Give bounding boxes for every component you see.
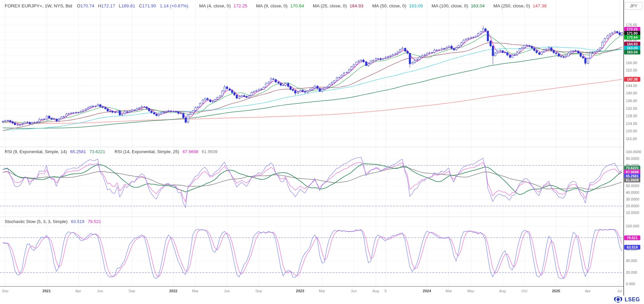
date-tick-label: Jun bbox=[97, 289, 103, 293]
axis-tick-label: 50.0000 bbox=[626, 184, 639, 188]
axis-tick-label: 100.0000 bbox=[626, 150, 641, 154]
axis-tick-label: 90.0000 bbox=[626, 157, 639, 161]
date-tick-label: Apr bbox=[585, 289, 591, 293]
date-tick-label: 2025 bbox=[552, 289, 560, 293]
price-axis: 176.00168.00156.00152.00148.00144.00136.… bbox=[623, 0, 644, 296]
rsi2-sma-value: 61.9939 bbox=[202, 149, 217, 154]
date-tick-label: Sep bbox=[129, 289, 135, 293]
ma-legend-item[interactable]: MA (50, close, 0)163.09 bbox=[372, 3, 423, 8]
axis-tick-label: 152.00 bbox=[626, 68, 637, 72]
date-tick-label: Oct bbox=[522, 289, 527, 293]
date-tick-label: Jul bbox=[617, 289, 622, 293]
axis-tick-label: 120.00 bbox=[626, 129, 637, 133]
axis-tick-label: 128.00 bbox=[626, 114, 637, 118]
rsi1-value: 65.2581 bbox=[70, 149, 86, 154]
ma-legend-item[interactable]: MA (9, close, 0)170.64 bbox=[256, 3, 304, 8]
date-tick-label: 2021 bbox=[42, 289, 50, 293]
date-tick-label: Apr bbox=[75, 289, 81, 293]
date-tick-label: 2024 bbox=[423, 289, 431, 293]
symbol-title: FOREX EURJPY=, 1W, NYS, Bid bbox=[5, 3, 72, 8]
axis-tick-label: 10.0000 bbox=[626, 211, 639, 215]
lseg-logo-text: LSEG bbox=[625, 297, 640, 303]
bottom-bar: LSEG bbox=[0, 296, 644, 304]
lseg-crest-icon bbox=[614, 296, 622, 303]
ohlc-item: H172.17 bbox=[98, 3, 115, 8]
ma-legend-item[interactable]: MA (4, close, 0)172.25 bbox=[199, 3, 247, 8]
ohlc-item: O170.74 bbox=[77, 3, 94, 8]
axis-tick-label: 20.0000 bbox=[626, 204, 639, 208]
axis-tick-label: 140.00 bbox=[626, 91, 637, 95]
axis-tick-label: 144.00 bbox=[626, 84, 637, 88]
ma-legend-item[interactable]: MA (250, close, 0)147.38 bbox=[493, 3, 547, 8]
axis-tick-label: 40.000 bbox=[626, 259, 637, 263]
date-tick-label: Aug bbox=[499, 289, 506, 293]
change-value: 1.14 (+0.67%) bbox=[160, 3, 188, 8]
ohlc-item: C171.90 bbox=[139, 3, 156, 8]
ohlc-item: L169.81 bbox=[119, 3, 135, 8]
date-tick-label: Aug bbox=[372, 289, 379, 293]
date-tick-label: Jun bbox=[224, 289, 230, 293]
price-badge: 147.38 bbox=[624, 77, 640, 82]
ohlc-values: O170.74H172.17L169.81C171.90 bbox=[77, 3, 160, 8]
chart-window: FOREX EURJPY=, 1W, NYS, Bid O170.74H172.… bbox=[0, 0, 644, 304]
stoch-title: Stochastic Slow (5, 3, 3, Simple) bbox=[5, 219, 68, 224]
axis-tick-label: 40.0000 bbox=[626, 190, 639, 194]
axis-tick-label: 176.00 bbox=[626, 23, 637, 27]
date-tick-label: 2023 bbox=[296, 289, 304, 293]
axis-tick-label: 116.00 bbox=[626, 137, 637, 141]
axis-tick-label: 124.00 bbox=[626, 122, 637, 126]
rsi-legend[interactable]: RSI (9, Exponential, Simple, 14) 65.2581… bbox=[5, 149, 221, 154]
currency-axis-button[interactable]: JPY bbox=[625, 2, 642, 10]
date-tick-label: May bbox=[467, 289, 474, 293]
date-tick-label: 9 bbox=[385, 289, 387, 293]
date-tick-label: Sep bbox=[2, 289, 8, 293]
price-badge: 79.521 bbox=[624, 235, 640, 240]
ma-legend-item[interactable]: MA (100, close, 0)163.04 bbox=[432, 3, 485, 8]
lseg-logo: LSEG bbox=[614, 296, 640, 303]
rsi1-sma-value: 73.6221 bbox=[89, 149, 105, 154]
ma-legend-item[interactable]: MA (25, close, 0)164.93 bbox=[313, 3, 364, 8]
price-badge: 170.64 bbox=[624, 35, 640, 40]
axis-tick-label: 100.000 bbox=[626, 224, 639, 228]
date-axis: Sep2021AprJunSep2022MarJunSep2023MarJunA… bbox=[0, 286, 623, 296]
rsi2-value: 67.9698 bbox=[183, 149, 198, 154]
main-chart-legend[interactable]: FOREX EURJPY=, 1W, NYS, Bid O170.74H172.… bbox=[5, 2, 547, 9]
date-tick-label: Mar bbox=[192, 289, 199, 293]
axis-tick-label: 136.00 bbox=[626, 99, 637, 103]
axis-tick-label: 20.000 bbox=[626, 270, 637, 274]
date-tick-label: Sep bbox=[255, 289, 262, 293]
stochastic-legend[interactable]: Stochastic Slow (5, 3, 3, Simple) 63.519… bbox=[5, 219, 105, 224]
rsi2-title: RSI (14, Exponential, Simple, 25) bbox=[115, 149, 179, 154]
date-tick-label: 2022 bbox=[169, 289, 177, 293]
date-tick-label: Jun bbox=[351, 289, 357, 293]
axis-tick-label: 132.00 bbox=[626, 106, 637, 111]
date-tick-label: Mar bbox=[319, 289, 325, 293]
price-badge: 61.9939 bbox=[624, 178, 640, 182]
axis-tick-label: 156.00 bbox=[626, 61, 637, 65]
stoch-k-value: 63.519 bbox=[71, 219, 84, 224]
axis-tick-label: 30.0000 bbox=[626, 197, 639, 201]
stoch-d-value: 79.521 bbox=[88, 219, 101, 224]
price-badge: 163.04 bbox=[624, 50, 640, 54]
ma-legend-items: MA (4, close, 0)172.25MA (9, close, 0)17… bbox=[191, 3, 547, 8]
date-tick-label: Mar bbox=[446, 289, 452, 293]
axis-tick-label: 0.000 bbox=[626, 282, 635, 286]
price-badge: 63.519 bbox=[624, 245, 640, 250]
rsi1-title: RSI (9, Exponential, Simple, 14) bbox=[5, 149, 67, 154]
